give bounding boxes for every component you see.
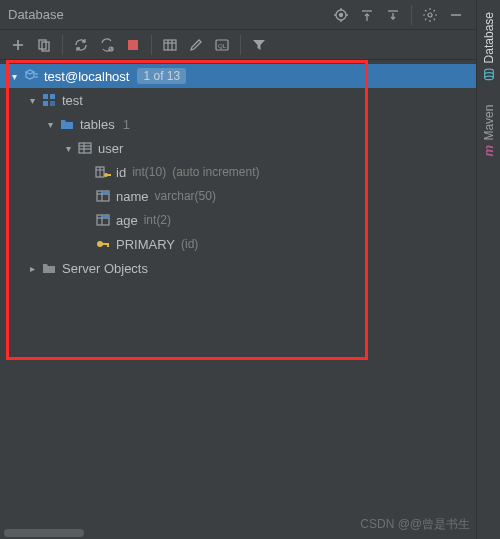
tables-group-label: tables — [80, 117, 115, 132]
table-row[interactable]: ▾ user — [0, 136, 476, 160]
datasource-row[interactable]: ▾ test@localhost 1 of 13 — [0, 64, 476, 88]
primary-key-row[interactable]: PRIMARY (id) — [0, 232, 476, 256]
separator — [411, 5, 412, 25]
chevron-down-icon[interactable]: ▾ — [42, 119, 58, 130]
toolbar: QL — [0, 30, 476, 60]
refresh-icon[interactable] — [69, 33, 93, 57]
maven-icon: m — [481, 145, 496, 157]
chevron-down-icon[interactable]: ▾ — [24, 95, 40, 106]
console-icon[interactable]: QL — [210, 33, 234, 57]
column-name: name — [116, 189, 149, 204]
panel-title: Database — [8, 7, 64, 22]
column-row[interactable]: name varchar(50) — [0, 184, 476, 208]
table-icon — [76, 140, 94, 156]
svg-rect-25 — [43, 94, 48, 99]
minimize-icon[interactable] — [444, 3, 468, 27]
chevron-right-icon[interactable]: ▸ — [24, 263, 40, 274]
separator — [62, 35, 63, 55]
horizontal-scrollbar[interactable] — [0, 527, 476, 539]
sidebar-tab-database[interactable]: Database — [482, 6, 496, 87]
key-icon — [94, 236, 112, 252]
svg-rect-29 — [79, 143, 91, 153]
column-row[interactable]: id int(10) (auto increment) — [0, 160, 476, 184]
svg-point-1 — [340, 13, 343, 16]
svg-point-10 — [428, 13, 432, 17]
sync-settings-icon[interactable] — [95, 33, 119, 57]
target-icon[interactable] — [329, 3, 353, 27]
copy-icon[interactable] — [32, 33, 56, 57]
panel-header: Database — [0, 0, 476, 30]
svg-rect-48 — [107, 243, 109, 247]
column-icon — [94, 212, 112, 228]
collapse-all-icon[interactable] — [381, 3, 405, 27]
separator — [151, 35, 152, 55]
edit-icon[interactable] — [184, 33, 208, 57]
datasource-label: test@localhost — [44, 69, 129, 84]
svg-rect-26 — [50, 94, 55, 99]
header-right-group — [329, 3, 468, 27]
column-row[interactable]: age int(2) — [0, 208, 476, 232]
svg-rect-27 — [43, 101, 48, 106]
column-icon — [94, 188, 112, 204]
svg-rect-28 — [50, 101, 55, 106]
sidebar-tab-maven[interactable]: m Maven — [481, 99, 496, 163]
svg-rect-37 — [107, 174, 111, 176]
column-type: varchar(50) — [155, 189, 216, 203]
svg-rect-45 — [102, 215, 109, 218]
column-type: int(2) — [144, 213, 171, 227]
server-objects-label: Server Objects — [62, 261, 148, 276]
gear-icon[interactable] — [418, 3, 442, 27]
column-extra: (auto increment) — [172, 165, 259, 179]
primary-key-label: PRIMARY — [116, 237, 175, 252]
database-icon — [482, 67, 496, 81]
datasource-icon — [22, 68, 40, 84]
right-sidebar: Database m Maven — [476, 0, 500, 539]
svg-rect-17 — [164, 40, 176, 50]
schema-icon — [40, 92, 58, 108]
svg-text:QL: QL — [218, 43, 227, 49]
filter-icon[interactable] — [247, 33, 271, 57]
schema-label: test — [62, 93, 83, 108]
tree-area: ▾ test@localhost 1 of 13 ▾ test ▾ tables… — [0, 60, 476, 280]
add-icon[interactable] — [6, 33, 30, 57]
scrollbar-thumb[interactable] — [4, 529, 84, 537]
schema-row[interactable]: ▾ test — [0, 88, 476, 112]
column-pk-icon — [94, 164, 112, 180]
column-name: age — [116, 213, 138, 228]
server-objects-row[interactable]: ▸ Server Objects — [0, 256, 476, 280]
separator — [240, 35, 241, 55]
table-view-icon[interactable] — [158, 33, 182, 57]
svg-point-49 — [484, 76, 493, 80]
sidebar-tab-label: Database — [482, 12, 496, 63]
sidebar-tab-label: Maven — [482, 105, 496, 141]
tables-group-row[interactable]: ▾ tables 1 — [0, 112, 476, 136]
expand-all-icon[interactable] — [355, 3, 379, 27]
column-type: int(10) — [132, 165, 166, 179]
primary-key-cols: (id) — [181, 237, 198, 251]
chevron-down-icon[interactable]: ▾ — [60, 143, 76, 154]
table-label: user — [98, 141, 123, 156]
stop-icon[interactable] — [121, 33, 145, 57]
folder-icon — [58, 116, 76, 132]
column-name: id — [116, 165, 126, 180]
svg-rect-41 — [102, 191, 109, 194]
chevron-down-icon[interactable]: ▾ — [6, 71, 22, 82]
folder-icon — [40, 260, 58, 276]
datasource-badge: 1 of 13 — [137, 68, 186, 84]
tables-group-count: 1 — [123, 117, 130, 132]
